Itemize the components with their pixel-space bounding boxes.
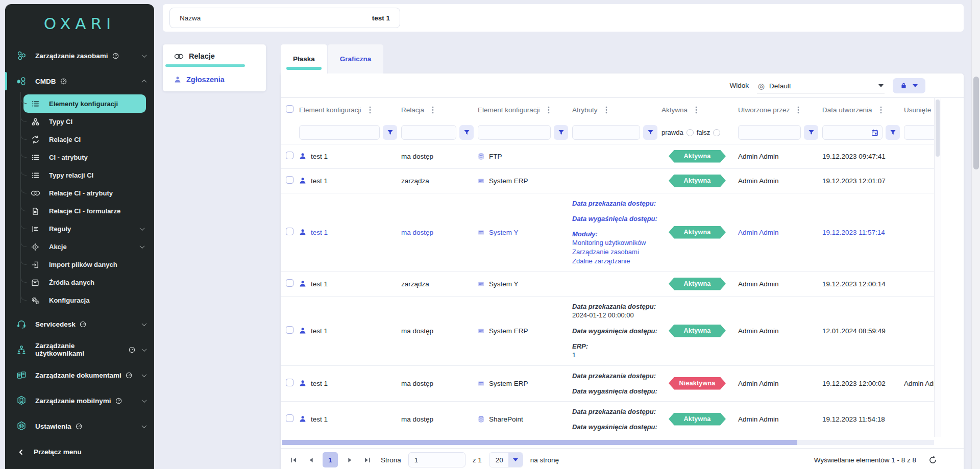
target-ci-link[interactable]: System ERP <box>489 177 528 185</box>
subnav-item-relacje[interactable]: Relacje <box>163 44 266 68</box>
page-number-button[interactable]: 1 <box>323 452 338 467</box>
created-by: Admin Admin <box>738 380 779 387</box>
sidebar-item-zarzadzanie-uzytkownikami[interactable]: Zarządzanie użytkownikami <box>5 337 154 362</box>
view-select[interactable]: ◎ Default <box>757 82 885 93</box>
target-ci-link[interactable]: System Y <box>489 280 519 288</box>
source-ci-link[interactable]: test 1 <box>311 280 328 288</box>
source-ci-link[interactable]: test 1 <box>311 153 328 160</box>
page-input[interactable]: 1 <box>408 452 465 467</box>
sidebar-item-ustawienia[interactable]: Ustawienia <box>5 413 154 439</box>
created-at: 19.12.2023 12:01:07 <box>822 177 886 185</box>
filter-funnel-button[interactable] <box>886 125 900 140</box>
sidebar-subitem-ci-atrybuty[interactable]: CI - atrybuty <box>5 149 154 166</box>
created-by: Admin Admin <box>738 327 779 335</box>
tab-plaska[interactable]: Płaska <box>281 44 327 73</box>
sidebar-item-zarzadzanie-zasobami[interactable]: Zarządzanie zasobami <box>5 43 154 68</box>
sidebar-subitem-relacje-ci[interactable]: Relacje CI <box>5 131 154 149</box>
sidebar-subitem-zrodla-danych[interactable]: Źródła danych <box>5 274 154 291</box>
next-page-button[interactable] <box>343 453 356 466</box>
source-ci-link[interactable]: test 1 <box>311 177 328 185</box>
subnav-item-zgloszenia[interactable]: Zgłoszenia <box>163 68 266 91</box>
table-horizontal-scrollbar[interactable] <box>282 440 934 445</box>
sidebar-subitem-reguly[interactable]: Reguły <box>5 220 154 238</box>
target-ci-link[interactable]: System ERP <box>489 380 528 387</box>
select-all-checkbox[interactable] <box>286 105 293 113</box>
last-page-button[interactable] <box>360 453 374 466</box>
filter-funnel-button[interactable] <box>554 125 568 140</box>
module-link[interactable]: Zarządzanie zasobami <box>572 248 657 257</box>
import-icon <box>30 261 40 269</box>
radio-true[interactable] <box>687 129 694 136</box>
sidebar-subitem-relacje-ci-formularze[interactable]: Relacje CI - formularze <box>5 202 154 220</box>
column-menu-icon[interactable] <box>604 105 608 115</box>
caret-down-icon <box>913 84 918 87</box>
scrollbar-thumb[interactable] <box>936 100 940 157</box>
previous-page-button[interactable] <box>304 453 317 466</box>
row-checkbox[interactable] <box>286 414 293 422</box>
chevron-down-icon <box>142 321 147 326</box>
row-checkbox[interactable] <box>286 176 293 184</box>
radio-false[interactable] <box>713 129 720 136</box>
sidebar-subitem-konfiguracja[interactable]: Konfiguracja <box>5 291 154 309</box>
filter-input-element-konfiguracji[interactable] <box>299 125 380 140</box>
tab-graficzna[interactable]: Graficzna <box>328 44 384 73</box>
sidebar-subitem-import-plikow-danych[interactable]: Import plików danych <box>5 256 154 274</box>
filter-input-element-konfiguracji[interactable] <box>478 125 551 140</box>
sidebar-subitem-typy-ci[interactable]: Typy CI <box>5 113 154 131</box>
filter-funnel-button[interactable] <box>459 125 474 140</box>
target-ci-link[interactable]: System ERP <box>489 327 528 335</box>
source-ci-link[interactable]: test 1 <box>311 327 328 335</box>
app-logo-text: OXARI <box>44 14 116 33</box>
sidebar-item-servicedesk[interactable]: Servicedesk <box>5 311 154 337</box>
calendar-icon[interactable] <box>871 129 878 136</box>
sidebar-item-cmdb[interactable]: CMDB <box>5 68 154 94</box>
page-scrollbar[interactable] <box>971 0 980 469</box>
column-menu-icon[interactable] <box>547 105 551 115</box>
link-icon <box>174 53 184 60</box>
filter-input-usuniete[interactable] <box>904 125 934 140</box>
gears-icon <box>30 297 40 305</box>
filter-input-atrybuty[interactable] <box>572 125 640 140</box>
target-ci-link[interactable]: System Y <box>489 229 519 236</box>
filter-input-utworzone-przez[interactable] <box>738 125 801 140</box>
table-vertical-scrollbar[interactable] <box>934 98 941 437</box>
source-ci-link[interactable]: test 1 <box>311 380 328 387</box>
sidebar-subitem-relacje-ci-atrybuty[interactable]: Relacje CI - atrybuty <box>5 184 154 202</box>
row-checkbox[interactable] <box>286 152 293 159</box>
module-link[interactable]: Zdalne zarządzanie <box>572 257 657 266</box>
filter-input-relacja[interactable] <box>401 125 456 140</box>
scrollbar-thumb[interactable] <box>973 77 979 169</box>
filter-input-data-utworzenia[interactable] <box>822 125 883 140</box>
created-by: Admin Admin <box>738 229 779 236</box>
module-link[interactable]: Monitoring użytkowników <box>572 238 657 248</box>
column-menu-icon[interactable] <box>796 105 800 115</box>
row-checkbox[interactable] <box>286 279 293 287</box>
name-field[interactable]: Nazwa test 1 <box>169 8 400 28</box>
row-checkbox[interactable] <box>286 379 293 386</box>
row-checkbox[interactable] <box>286 326 293 334</box>
target-ci-link[interactable]: FTP <box>489 153 502 160</box>
column-menu-icon[interactable] <box>879 105 883 115</box>
scrollbar-thumb[interactable] <box>282 440 797 445</box>
filter-funnel-button[interactable] <box>804 125 818 140</box>
column-menu-icon[interactable] <box>368 105 372 115</box>
sidebar-item-zarzadzanie-mobilnymi[interactable]: Zarządzanie mobilnymi <box>5 388 154 413</box>
sidebar-nav: Zarządzanie zasobamiCMDBElementy konfigu… <box>5 43 154 439</box>
column-menu-icon[interactable] <box>694 105 698 115</box>
lock-view-button[interactable] <box>893 78 925 93</box>
page-size-select[interactable]: 20 <box>489 452 523 467</box>
target-ci-link[interactable]: SharePoint <box>489 415 523 423</box>
filter-funnel-button[interactable] <box>383 125 397 140</box>
source-ci-link[interactable]: test 1 <box>311 229 328 236</box>
sidebar-item-zarzadzanie-dokumentami[interactable]: Zarządzanie dokumentami <box>5 362 154 388</box>
source-ci-link[interactable]: test 1 <box>311 415 328 423</box>
row-checkbox[interactable] <box>286 228 293 235</box>
refresh-icon[interactable] <box>928 456 937 464</box>
sidebar-subitem-elementy-konfiguracji[interactable]: Elementy konfiguracji <box>23 94 146 113</box>
filter-funnel-button[interactable] <box>643 125 657 140</box>
sidebar-subitem-typy-relacji-ci[interactable]: Typy relacji CI <box>5 166 154 184</box>
sidebar-subitem-akcje[interactable]: Akcje <box>5 238 154 256</box>
column-menu-icon[interactable] <box>431 105 435 115</box>
first-page-button[interactable] <box>287 453 300 466</box>
toggle-menu-button[interactable]: Przełącz menu <box>18 448 82 456</box>
